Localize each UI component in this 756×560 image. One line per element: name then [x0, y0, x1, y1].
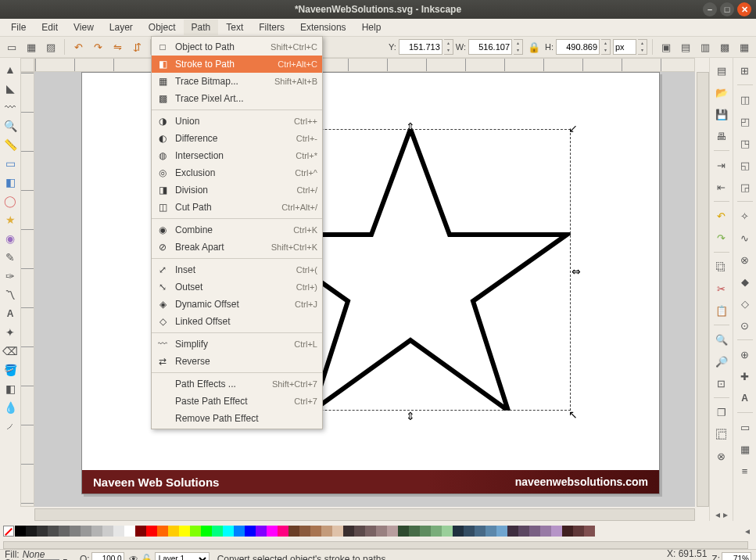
minimize-button[interactable]: – — [703, 2, 717, 16]
swatch[interactable] — [201, 526, 212, 537]
rect-tool-icon[interactable]: ▭ — [2, 155, 19, 172]
menu-item-outset[interactable]: ⤡OutsetCtrl+) — [152, 278, 322, 296]
zoom-tool-icon[interactable]: 🔍 — [2, 117, 19, 135]
ruler-horizontal[interactable] — [34, 58, 695, 72]
swatch[interactable] — [190, 526, 201, 537]
horizontal-scrollbar[interactable] — [34, 508, 695, 521]
spiral-tool-icon[interactable]: ◉ — [2, 230, 19, 247]
rotate-ccw-icon[interactable]: ↶ — [70, 38, 87, 56]
menu-item-difference[interactable]: ◐DifferenceCtrl+- — [152, 130, 322, 147]
transform-affect-move-icon[interactable]: ▣ — [657, 38, 675, 56]
transform-affect-stroke-icon[interactable]: ▤ — [677, 38, 694, 56]
zoom-selection-icon[interactable]: 🔍 — [712, 330, 731, 349]
opacity-input[interactable] — [91, 552, 124, 561]
menu-extensions[interactable]: Extensions — [292, 20, 354, 35]
measure-tool-icon[interactable]: 📏 — [2, 136, 19, 153]
swatch[interactable] — [573, 526, 584, 537]
palette-menu-icon[interactable]: ◂ — [745, 526, 756, 537]
layer-visibility-icon[interactable]: 👁 — [129, 554, 138, 561]
ellipse-tool-icon[interactable]: ◯ — [2, 192, 19, 210]
swatch[interactable] — [343, 526, 354, 537]
rotate-cw-icon[interactable]: ↷ — [89, 38, 106, 56]
menu-item-remove-path-effect[interactable]: Remove Path Effect — [152, 410, 322, 427]
snap-node-icon[interactable]: ✧ — [736, 206, 754, 225]
menu-item-trace-bitmap[interactable]: ▦Trace Bitmap...Shift+Alt+B — [152, 73, 322, 90]
menu-help[interactable]: Help — [354, 20, 389, 35]
zoom-page-icon[interactable]: ⊡ — [712, 374, 731, 393]
swatch[interactable] — [288, 526, 299, 537]
menu-item-trace-pixel-art[interactable]: ▩Trace Pixel Art... — [152, 90, 322, 107]
swatch[interactable] — [485, 526, 496, 537]
flip-vertical-icon[interactable]: ⇵ — [128, 38, 145, 56]
swatch[interactable] — [354, 526, 365, 537]
snap-cusp-icon[interactable]: ◆ — [736, 272, 754, 291]
menu-item-path-effects[interactable]: Path Effects ...Shift+Ctrl+7 — [152, 375, 322, 393]
spray-tool-icon[interactable]: ✦ — [2, 324, 19, 341]
menu-item-linked-offset[interactable]: ◇Linked Offset — [152, 313, 322, 330]
swatch[interactable] — [81, 526, 91, 537]
color-palette[interactable] — [3, 526, 742, 537]
pencil-tool-icon[interactable]: ✎ — [2, 249, 19, 266]
menu-object[interactable]: Object — [141, 20, 184, 35]
swatch[interactable] — [365, 526, 376, 537]
menu-item-division[interactable]: ◨DivisionCtrl+/ — [152, 181, 322, 199]
swatch[interactable] — [179, 526, 190, 537]
flip-horizontal-icon[interactable]: ⇋ — [109, 38, 126, 56]
swatch[interactable] — [256, 526, 267, 537]
swatch[interactable] — [299, 526, 310, 537]
zoom-input[interactable] — [722, 552, 751, 561]
print-icon[interactable]: 🖶 — [712, 127, 731, 145]
maximize-button[interactable]: □ — [720, 2, 734, 16]
snap-smooth-icon[interactable]: ◇ — [736, 294, 754, 313]
calligraphy-tool-icon[interactable]: 〽 — [2, 286, 19, 303]
paste-icon[interactable]: 📋 — [712, 301, 731, 320]
swatch[interactable] — [37, 526, 48, 537]
y-input[interactable] — [399, 39, 442, 55]
menu-view[interactable]: View — [66, 20, 102, 35]
swatch[interactable] — [278, 526, 288, 537]
tweak-tool-icon[interactable]: 〰 — [2, 99, 19, 116]
lock-aspect-icon[interactable]: 🔒 — [525, 38, 543, 56]
snap-path-icon[interactable]: ∿ — [736, 228, 754, 247]
snap-bbox-icon[interactable]: ◫ — [736, 90, 754, 109]
new-doc-icon[interactable]: ▤ — [712, 61, 731, 80]
swatch[interactable] — [507, 526, 518, 537]
bezier-tool-icon[interactable]: ✑ — [2, 267, 19, 285]
snap-edge-icon[interactable]: ◰ — [736, 112, 754, 131]
transform-affect-gradient-icon[interactable]: ▩ — [716, 38, 733, 56]
menu-item-object-to-path[interactable]: □Object to PathShift+Ctrl+C — [152, 38, 322, 56]
menu-file[interactable]: File — [3, 20, 34, 35]
swatch[interactable] — [267, 526, 278, 537]
swatch[interactable] — [518, 526, 529, 537]
swatch[interactable] — [562, 526, 573, 537]
dropper-tool-icon[interactable]: 💧 — [2, 399, 19, 416]
menu-layer[interactable]: Layer — [102, 20, 141, 35]
swatch[interactable] — [48, 526, 59, 537]
copy-icon[interactable]: ⿻ — [712, 257, 731, 276]
swatch[interactable] — [584, 526, 595, 537]
swatch[interactable] — [475, 526, 485, 537]
snap-guide-icon[interactable]: ≡ — [736, 461, 754, 480]
transform-affect-pattern-icon[interactable]: ▦ — [736, 38, 753, 56]
swatch[interactable] — [332, 526, 343, 537]
swatch[interactable] — [168, 526, 179, 537]
swatch[interactable] — [321, 526, 332, 537]
snap-line-midpoint-icon[interactable]: ⊙ — [736, 316, 754, 335]
clone-icon[interactable]: ⿸ — [712, 425, 731, 443]
swatch[interactable] — [420, 526, 431, 537]
transform-affect-corners-icon[interactable]: ▥ — [697, 38, 714, 56]
swatch[interactable] — [70, 526, 81, 537]
menu-item-combine[interactable]: ◉CombineCtrl+K — [152, 221, 322, 239]
swatch[interactable] — [387, 526, 398, 537]
swatch[interactable] — [464, 526, 475, 537]
swatch[interactable] — [551, 526, 562, 537]
gradient-tool-icon[interactable]: ◧ — [2, 380, 19, 397]
selection-invert-icon[interactable]: ▨ — [42, 38, 59, 56]
swatch[interactable] — [26, 526, 37, 537]
swatch[interactable] — [135, 526, 146, 537]
swatch[interactable] — [59, 526, 70, 537]
selection-touch-icon[interactable]: ▦ — [23, 38, 40, 56]
export-icon[interactable]: ⇤ — [712, 178, 731, 196]
3dbox-tool-icon[interactable]: ◧ — [2, 174, 19, 191]
h-input[interactable] — [556, 39, 600, 55]
